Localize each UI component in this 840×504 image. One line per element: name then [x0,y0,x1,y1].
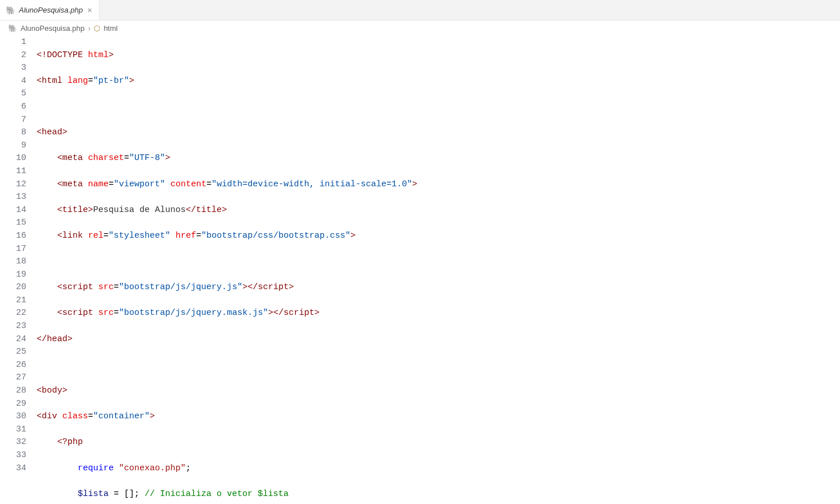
breadcrumb-file[interactable]: AlunoPesquisa.php [21,24,85,33]
tab-filename: AlunoPesquisa.php [19,6,83,14]
breadcrumb: 🐘 AlunoPesquisa.php › ⬡ html [0,21,840,35]
chevron-right-icon: › [88,24,90,33]
tab-bar: 🐘 AlunoPesquisa.php × [0,0,840,21]
editor-tab[interactable]: 🐘 AlunoPesquisa.php × [0,0,99,20]
symbol-icon: ⬡ [94,24,100,33]
line-gutter: 1234567891011121314151617181920212223242… [0,35,37,504]
code-editor[interactable]: 1234567891011121314151617181920212223242… [0,35,840,504]
breadcrumb-symbol[interactable]: html [103,24,118,33]
php-icon: 🐘 [8,24,17,33]
code-content[interactable]: <!DOCTYPE html> <html lang="pt-br"> <hea… [37,35,840,504]
close-icon[interactable]: × [86,6,93,15]
php-icon: 🐘 [6,6,15,15]
